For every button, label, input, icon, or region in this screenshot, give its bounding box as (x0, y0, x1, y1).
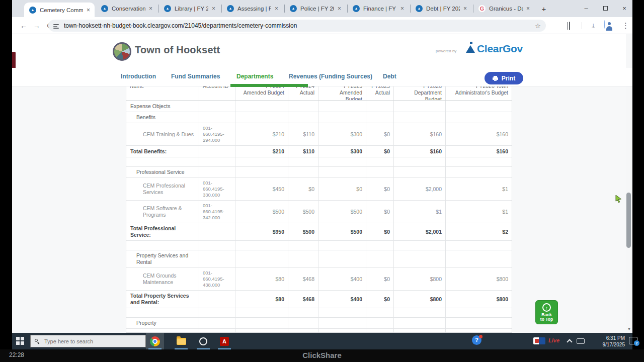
tab-close-icon[interactable]: × (399, 5, 406, 12)
bookmark-star-icon[interactable]: ☆ (535, 22, 541, 30)
row-value: $160 (446, 123, 512, 145)
row-name (126, 157, 199, 166)
row-value: $0 (288, 329, 318, 333)
tab-close-icon[interactable]: × (210, 5, 217, 12)
keyboard-tray-icon[interactable] (577, 338, 585, 344)
tab-close-icon[interactable]: × (462, 5, 468, 12)
back-button[interactable]: ← (18, 20, 29, 31)
row-value (235, 112, 288, 123)
taskbar-clock[interactable]: 6:31 PM 9/17/2025 (585, 335, 625, 348)
site-header: Town of Hooksett powered by ClearGov (12, 34, 632, 68)
nav-item-introduction[interactable]: Introduction (121, 73, 156, 80)
row-value (318, 318, 366, 328)
row-value: $0 (366, 178, 394, 200)
browser-tab[interactable]: ▲Conservation Co× (96, 0, 157, 17)
back-to-top-button[interactable]: ↑ Back to Top (535, 300, 558, 324)
table-row-sub: Professional Service (126, 167, 512, 178)
row-value: $1 (446, 329, 512, 333)
action-center-button[interactable]: 2 (629, 337, 637, 344)
browser-tab[interactable]: GGranicus - Dash× (473, 0, 534, 17)
taskbar-search[interactable] (30, 335, 146, 347)
browser-tab[interactable]: ▲Finance | FY 202× (348, 0, 409, 17)
scrollbar-down-arrow[interactable]: ▼ (626, 326, 632, 332)
mlb-icon[interactable] (533, 337, 545, 344)
row-value: $800 (446, 291, 512, 308)
downloads-button[interactable]: ↓ (592, 21, 595, 29)
taskbar-acrobat-button[interactable]: A (215, 333, 233, 349)
window-close-button[interactable]: × (617, 0, 632, 16)
row-value (394, 157, 446, 166)
row-value (366, 250, 394, 267)
browser-tab[interactable]: ▲Cemetery Comm× (24, 3, 95, 17)
row-value: $500 (318, 201, 366, 223)
row-value (235, 167, 288, 177)
column-header-text: FY2026 TownAdministrator's Budget (449, 86, 508, 96)
column-header-text: Name (130, 86, 195, 89)
table-body: Expense ObjectsBenefitsCEM Training & Du… (126, 101, 512, 333)
powered-by-label: powered by (436, 49, 456, 53)
row-value (394, 101, 446, 112)
row-value: $468 (288, 268, 318, 290)
site-info-icon[interactable] (53, 23, 59, 28)
tab-close-icon[interactable]: × (273, 5, 280, 12)
address-bar[interactable]: town-hooksett-nh-budget-book.cleargov.co… (48, 20, 546, 32)
column-header-year: Name (130, 86, 195, 89)
browser-menu-button[interactable]: ⋮ (622, 21, 629, 30)
row-value: $2 (446, 223, 512, 240)
row-name: CEM Grounds Maintenance (126, 268, 199, 290)
start-button[interactable] (16, 337, 25, 345)
scrollbar-thumb[interactable] (626, 193, 631, 248)
nav-item-revenues-funding-sources-[interactable]: Revenues (Funding Sources) (289, 73, 372, 80)
row-value: $0 (366, 123, 394, 145)
profile-button[interactable] (604, 21, 605, 28)
taskbar-date: 9/17/2025 (585, 341, 625, 348)
nav-item-fund-summaries[interactable]: Fund Summaries (171, 73, 220, 80)
tab-close-icon[interactable]: × (85, 7, 92, 14)
browser-tab[interactable]: ▲Library | FY 2026× (159, 0, 220, 17)
tray-chevron-up-icon[interactable] (567, 339, 572, 344)
row-value (318, 250, 366, 267)
forward-button[interactable]: → (31, 20, 42, 31)
browser-tab[interactable]: ▲Debt | FY 2026-2× (411, 0, 471, 17)
table-row-section: Expense Objects (126, 101, 512, 112)
new-tab-button[interactable]: + (538, 4, 549, 15)
table-row-sub: Benefits (126, 112, 512, 123)
tab-close-icon[interactable]: × (525, 5, 531, 12)
row-value: $110 (288, 146, 318, 157)
cleargov-logo[interactable]: ClearGov (466, 43, 523, 55)
tab-close-icon[interactable]: × (336, 5, 343, 12)
window-minimize-button[interactable]: – (579, 0, 594, 16)
table-row-total: Total Property Services and Rental:$80$4… (126, 291, 512, 308)
row-value: $0 (366, 223, 394, 240)
row-value: $160 (394, 123, 446, 145)
taskbar-circle-app-button[interactable] (194, 333, 212, 349)
tab-close-icon[interactable]: × (147, 5, 154, 12)
side-panel-button[interactable] (569, 22, 570, 30)
tab-favicon-cleargov: ▲ (164, 5, 171, 12)
help-tray-icon[interactable]: ? (472, 335, 481, 345)
row-name: Total Benefits: (126, 146, 199, 157)
row-value (288, 241, 318, 250)
url-text: town-hooksett-nh-budget-book.cleargov.co… (64, 22, 535, 29)
nav-item-departments[interactable]: Departments (236, 73, 273, 80)
site-title: Town of Hooksett (135, 44, 220, 56)
nav-item-debt[interactable]: Debt (383, 73, 396, 80)
print-button-label: Print (502, 75, 515, 82)
row-value: $2,000 (394, 178, 446, 200)
browser-tab[interactable]: ▲Police | FY 2026× (285, 0, 346, 17)
column-header-label: Amended Budget (322, 89, 362, 100)
up-arrow-icon: ↑ (542, 303, 551, 312)
window-maximize-button[interactable] (598, 0, 613, 16)
search-input[interactable] (43, 338, 141, 345)
profile-avatar-icon (604, 20, 605, 29)
browser-tab[interactable]: ▲Assessing | FY 2× (222, 0, 283, 17)
row-value (288, 167, 318, 177)
tab-favicon-granicus: G (478, 5, 486, 12)
row-value: $400 (318, 291, 366, 308)
taskbar-chrome-button[interactable] (146, 333, 164, 349)
print-button[interactable]: Print (485, 72, 523, 84)
table-row-item: CEM Grounds Maintenance001-660.4195- 438… (126, 268, 512, 291)
taskbar-explorer-button[interactable] (172, 333, 190, 349)
row-value (366, 318, 394, 328)
tab-separator (410, 5, 411, 13)
